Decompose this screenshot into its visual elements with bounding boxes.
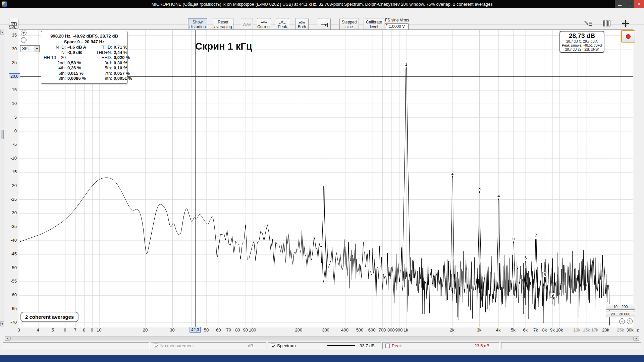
x-tick-label: 800 xyxy=(387,327,395,333)
status-spectrum-panel: Spectrum -33,7 dB xyxy=(268,342,381,349)
spectrum-level-value: -33,7 dB xyxy=(358,343,375,348)
distortion-label: THD+N: xyxy=(93,50,114,55)
x-tick-label: 10 xyxy=(97,327,101,333)
range-20-20000-button[interactable]: 20 .. 20 000 xyxy=(606,311,635,317)
distortion-label: 4th: xyxy=(43,65,67,71)
distortion-label: 5th: xyxy=(93,65,114,71)
bars-icon xyxy=(603,20,611,27)
x-tick-label: 80 xyxy=(235,327,240,333)
no-measurement-checkbox[interactable] xyxy=(154,344,158,348)
fs-sine-input[interactable]: 1,0000 V xyxy=(385,23,409,30)
peak-checkbox[interactable] xyxy=(385,344,390,348)
x-tick-label: 400 xyxy=(341,327,348,333)
zoom-out-button[interactable]: − xyxy=(21,37,26,43)
x-tick-label: 5 xyxy=(52,327,54,333)
app-icon xyxy=(2,1,7,7)
distortion-label: 8th: xyxy=(43,76,67,81)
span-readout-line: Span: 0 .. 20 947 Hz xyxy=(43,39,125,45)
x-tick-label: 9 xyxy=(91,327,93,333)
marker-readout-line: 998,20 Hz, -48,92 dBFS, 28,72 dB xyxy=(43,33,125,39)
distortion-value: 0,71 % xyxy=(114,45,137,50)
level-detail-1: 28,7 dB C, 28,7 dB A xyxy=(560,40,604,44)
x-tick-label: 3k xyxy=(477,327,482,333)
spectrum-label: Spectrum xyxy=(277,343,296,348)
x-tick-label: 700 xyxy=(378,327,386,333)
x-tick-label: 8 xyxy=(83,327,85,333)
averages-badge: 2 coherent averages xyxy=(20,312,78,322)
distortion-label: 2nd: xyxy=(43,60,67,66)
measurement-readout-box: 998,20 Hz, -48,92 dBFS, 28,72 dB Span: 0… xyxy=(41,31,127,84)
record-button[interactable] xyxy=(621,30,635,43)
scroll-right-arrow[interactable] xyxy=(634,336,639,341)
x-tick-label: 6k xyxy=(523,327,528,333)
cursor-readout-button[interactable] xyxy=(582,19,595,28)
maximize-icon xyxy=(628,3,631,5)
distortion-value: 0,30 % xyxy=(114,60,137,66)
cursor-level-box[interactable]: 20,0 xyxy=(9,73,20,79)
cursor-frequency-box[interactable]: 42,3 xyxy=(190,327,201,333)
x-tick-label: 900 xyxy=(395,327,402,333)
vertical-scroll-thumb[interactable] xyxy=(1,130,4,139)
distortion-label: 3rd: xyxy=(93,60,114,66)
status-empty-right xyxy=(501,342,641,349)
x-tick-label: 6 xyxy=(64,327,66,333)
distortion-label: N: xyxy=(43,50,67,55)
distortion-value: 0,26 % xyxy=(67,65,93,71)
x-tick-label: 100 xyxy=(249,327,256,333)
distortion-row: 6th:0,015 %7th:0,057 % xyxy=(43,71,125,76)
x-tick-label: 25k xyxy=(617,327,624,333)
unit-selector[interactable]: SPL xyxy=(20,45,40,52)
status-bar: No measurement dB Spectrum -33,7 dB Peak… xyxy=(0,342,644,350)
x-tick-label: 8k xyxy=(542,327,547,333)
x-tick-label: 60 xyxy=(216,327,221,333)
bottom-accent-bar xyxy=(0,355,644,362)
distortion-label: 9th: xyxy=(93,76,114,81)
app-window: MICROPHONE (Общая громкость) R on Микроф… xyxy=(0,0,644,362)
x-tick-label: 600 xyxy=(368,327,376,333)
svg-text:1: 1 xyxy=(405,62,408,67)
x-tick-label: 5k xyxy=(511,327,516,333)
distortion-row: HH 10 .. 20HHD:0,020 % xyxy=(43,55,125,60)
toolbar: Show distortion Reset averaging WAV Curr… xyxy=(0,8,644,25)
peak-label: Peak xyxy=(278,25,287,29)
x-zoom-out-button[interactable]: − xyxy=(619,318,625,324)
horizontal-scroll-thumb[interactable] xyxy=(10,337,634,340)
arrow-to-bar-icon xyxy=(321,22,328,27)
move-arrows-icon xyxy=(621,19,630,27)
scroll-up-arrow[interactable] xyxy=(0,30,4,35)
spectrum-trace xyxy=(19,178,610,325)
grid-columns-button[interactable] xyxy=(600,19,614,28)
distortion-value: 2,44 % xyxy=(114,50,137,55)
distortion-value: 0,10 % xyxy=(114,65,137,71)
maximize-button[interactable] xyxy=(625,0,634,8)
minimize-button[interactable] xyxy=(615,0,625,8)
scroll-down-arrow[interactable] xyxy=(0,321,4,326)
scroll-left-arrow[interactable] xyxy=(5,336,10,341)
vertical-scrollbar[interactable] xyxy=(0,29,4,326)
spectrum-checkbox[interactable] xyxy=(271,344,275,348)
y-axis-title: SPL xyxy=(9,25,16,29)
distortion-label: N+D: xyxy=(43,45,67,50)
title-bar: MICROPHONE (Общая громкость) R on Микроф… xyxy=(0,0,644,8)
window-title: MICROPHONE (Общая громкость) R on Микроф… xyxy=(151,2,492,7)
horizontal-scrollbar[interactable] xyxy=(5,336,639,341)
distortion-value: -3,9 dB xyxy=(67,50,93,55)
distortion-value: 0,015 % xyxy=(67,71,93,76)
status-peak-panel: Peak 23,5 dB xyxy=(382,342,500,349)
harmonic-labels: 123456789 xyxy=(405,62,555,298)
distortion-label: HH 10 .. 20 xyxy=(43,55,67,60)
x-zoom-in-button[interactable]: + xyxy=(627,318,633,324)
x-tick-label: 4 xyxy=(37,327,39,333)
status-empty-left xyxy=(3,342,150,349)
cursor-arrow-icon xyxy=(584,20,593,27)
record-icon xyxy=(626,34,631,39)
peak-label: Peak xyxy=(392,343,402,348)
minimize-icon xyxy=(618,5,622,6)
distortion-row: 2nd:0,58 %3rd:0,30 % xyxy=(43,60,125,66)
range-10-200-button[interactable]: 10 .. 200 xyxy=(606,304,635,310)
pan-zoom-button[interactable] xyxy=(619,19,632,28)
close-button[interactable]: × xyxy=(634,0,644,8)
distortion-row: 8th:0,0086 %9th:0,0051 % xyxy=(43,76,125,81)
x-tick-label: 30kHz xyxy=(627,327,639,333)
zoom-in-button[interactable]: + xyxy=(21,30,26,36)
